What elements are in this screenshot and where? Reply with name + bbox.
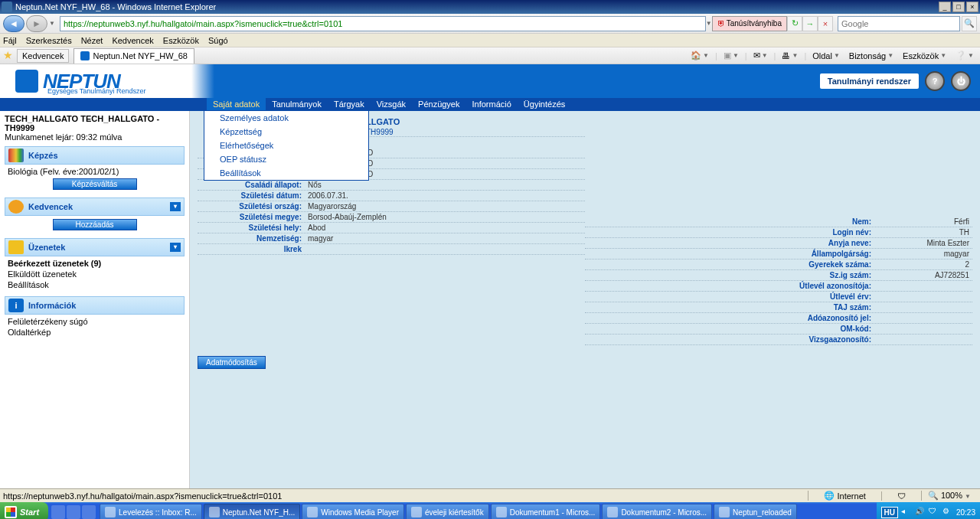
go-button[interactable]: → [802,16,818,31]
tray-icon[interactable]: ⚙ [942,507,953,517]
ql-icon[interactable] [82,505,96,519]
task-label: Windows Media Player [321,508,399,517]
menu-favorites[interactable]: Kedvencek [112,36,153,45]
field-value: magyar [308,233,582,243]
taskbar-button[interactable]: Neptun.Net NYF_H... [204,504,300,519]
start-button[interactable]: Start [0,502,48,519]
tray-icon[interactable]: ◂ [901,507,912,517]
url-dropdown-icon[interactable]: ▼ [706,20,712,27]
submenu-kepzettseg[interactable]: Képzettség [204,125,368,139]
sitemap-link[interactable]: Oldaltérkép [8,327,181,338]
submenu-beallitasok[interactable]: Beállítások [204,166,368,180]
taskbar-button[interactable]: Dokumentum2 - Micros... [602,504,712,519]
print-button[interactable]: 🖶▼ [779,51,801,60]
rss-button[interactable]: ▣▼ [720,51,742,60]
help-button[interactable]: ? [925,71,945,91]
menu-tools[interactable]: Eszközök [163,36,199,45]
tab-row: ★ Kedvencek Neptun.Net NYF_HW_68 🏠▼ | ▣▼… [0,47,980,64]
sidebar-kepzes-head[interactable]: Képzés [5,146,185,165]
language-indicator[interactable]: HU [881,507,898,518]
cmd-help[interactable]: ❔▼ [952,51,977,60]
context-help-link[interactable]: Felületérzékeny súgó [8,316,181,327]
data-col-left: LLGATO TH9999 Vezetéknév:TECH_HALLGATOUt… [198,177,585,345]
minimize-button[interactable]: _ [939,2,951,12]
taskbar-button[interactable]: Neptun_reloaded [714,504,797,519]
windows-logo-icon [5,506,17,518]
app-icon [411,507,422,517]
taskbar-button[interactable]: Dokumentum1 - Micros... [491,504,601,519]
data-row: Születési ország:Magyarország [198,201,585,212]
taskbar-button[interactable]: Windows Media Player [302,504,404,519]
browser-tab[interactable]: Neptun.Net NYF_HW_68 [74,48,194,64]
adatmodositas-button[interactable]: Adatmódosítás [198,356,266,369]
sidebar-uzenetek: Üzenetek ▾ Beérkezett üzenetek (9) Elkül… [5,238,185,292]
field-label: Adóazonosító jel: [588,313,877,323]
sidebar-uzenetek-head[interactable]: Üzenetek ▾ [5,238,185,256]
forward-button[interactable]: ► [26,15,47,32]
search-input[interactable] [838,16,960,31]
field-value: Nős [308,180,582,190]
menu-file[interactable]: Fájl [3,36,17,45]
tray-icon[interactable]: 🔊 [915,507,926,517]
field-label: Állampolgárság: [588,249,877,259]
data-row: Vizsgaazonosító: [585,335,972,345]
menu-informacio[interactable]: Információ [466,98,518,111]
kepzesvaltas-button[interactable]: Képzésváltás [53,178,137,190]
menu-vizsgak[interactable]: Vizsgák [371,98,412,111]
data-row: Születési hely:Abod [198,223,585,233]
history-dropdown-icon[interactable]: ▼ [49,20,55,27]
clock[interactable]: 20:23 [956,508,975,517]
field-label: Nemzetiség: [201,233,308,243]
url-input[interactable] [60,16,706,31]
menu-tanulmanyok[interactable]: Tanulmányok [266,98,328,111]
tray-icon[interactable]: 🛡 [929,507,939,517]
menu-edit[interactable]: Szerkesztés [26,36,72,45]
ql-icon[interactable] [67,505,80,519]
cmd-security[interactable]: Biztonság ▼ [846,51,897,60]
logout-button[interactable]: ⏻ [951,71,971,91]
maximize-button[interactable]: □ [952,2,965,12]
sent-link[interactable]: Elküldött üzenetek [8,269,181,279]
search-button[interactable]: 🔍 [962,16,977,31]
submenu-elerhetosegek[interactable]: Elérhetőségek [204,139,368,152]
window-controls: _ □ × [939,2,978,12]
refresh-button[interactable]: ↻ [787,16,802,31]
back-button[interactable]: ◄ [3,15,24,32]
cert-error-button[interactable]: ⛨ Tanúsítványhiba [712,16,787,31]
hozzaadas-button[interactable]: Hozzáadás [53,219,137,230]
status-zone: 🌐 Internet [808,491,881,501]
data-row: Gyerekek száma:2 [585,260,972,270]
menu-targyak[interactable]: Tárgyak [328,98,371,111]
taskbar-button[interactable]: Levelezés :: Inbox: R... [100,504,202,519]
submenu-oep-statusz[interactable]: OEP státusz [204,152,368,166]
menu-help[interactable]: Súgó [208,36,228,45]
collapse-icon[interactable]: ▾ [170,202,181,211]
cmd-page[interactable]: Oldal ▼ [809,51,843,60]
stop-button[interactable]: × [818,16,833,31]
cmd-tools[interactable]: Eszközök ▼ [900,51,949,60]
app-icon [607,507,618,517]
menu-view[interactable]: Nézet [81,36,103,45]
close-button[interactable]: × [966,2,978,12]
globe-icon: 🌐 [824,491,835,501]
inbox-link[interactable]: Beérkezett üzenetek (9) [8,258,181,269]
favorites-button[interactable]: Kedvencek [17,49,69,63]
sidebar-info-head[interactable]: i Információk [5,296,185,315]
submenu-szemelyes-adatok[interactable]: Személyes adatok [204,111,368,125]
collapse-icon[interactable]: ▾ [170,243,181,252]
menu-ugyintezes[interactable]: Ügyintézés [518,98,571,111]
favorites-star-icon[interactable]: ★ [3,49,17,63]
settings-link[interactable]: Beállítások [8,279,181,290]
field-label: TAJ szám: [588,302,877,312]
zoom-control[interactable]: 🔍 100% ▼ [921,491,977,501]
ql-icon[interactable] [51,505,65,519]
mail-button[interactable]: ✉▼ [750,51,771,60]
home-button[interactable]: 🏠▼ [688,51,712,60]
sidebar-kedvencek-head[interactable]: Kedvencek ▾ [5,197,185,216]
menu-penzugyek[interactable]: Pénzügyek [412,98,466,111]
data-row: TAJ szám: [585,302,972,313]
taskbar-button[interactable]: éveleji kiértesítők [406,504,489,519]
menu-sajat-adatok[interactable]: Saját adatok [207,98,266,111]
field-value: Minta Eszter [877,238,969,248]
shield-icon: ⛨ [717,19,725,28]
